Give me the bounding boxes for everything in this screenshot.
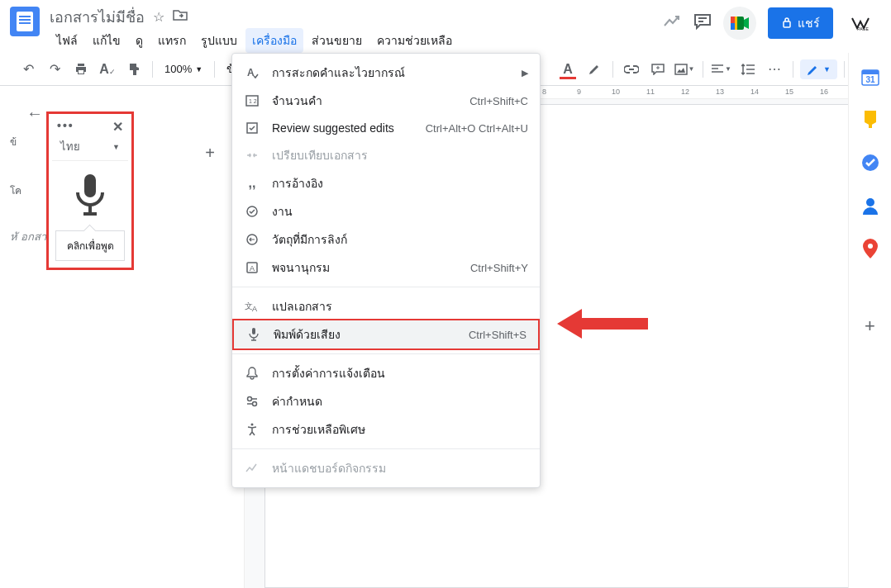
comments-icon[interactable] [693, 13, 712, 33]
menu-item-label: พิมพ์ด้วยเสียง [274, 325, 469, 344]
menu-item-prefs[interactable]: ค่ากำหนด [232, 387, 540, 415]
keep-icon[interactable] [861, 111, 879, 129]
svg-text:1 2: 1 2 [249, 98, 257, 104]
menu-item-check[interactable]: งาน [232, 197, 540, 225]
menu-แทรก[interactable]: แทรก [151, 28, 193, 53]
voice-hint: คลิกเพื่อพูด [55, 230, 125, 261]
menu-item-dict[interactable]: AพจนานุกรมCtrl+Shift+Y [232, 254, 540, 282]
menu-divider [232, 287, 540, 287]
menu-item-spell[interactable]: Aการสะกดคำและไวยากรณ์▶ [232, 59, 540, 87]
menu-item-mic[interactable]: พิมพ์ด้วยเสียงCtrl+Shift+S [232, 319, 540, 350]
text-color-button[interactable]: A [556, 58, 579, 81]
maps-icon[interactable] [861, 239, 879, 258]
mic-icon [245, 326, 262, 343]
menu-ส่วนขยาย[interactable]: ส่วนขยาย [305, 28, 369, 53]
menu-item-label: จำนวนคำ [272, 92, 469, 110]
undo-button[interactable]: ↶ [17, 58, 40, 81]
compare-icon [244, 147, 260, 164]
print-button[interactable] [69, 58, 93, 81]
link-icon [244, 231, 260, 248]
voice-menu-icon[interactable]: ••• [57, 119, 74, 135]
access-icon [244, 421, 260, 438]
menu-ไฟล์[interactable]: ไฟล์ [50, 28, 84, 53]
svg-text:A: A [247, 67, 255, 78]
calendar-icon[interactable]: 31 [861, 68, 879, 86]
check-icon [244, 203, 260, 220]
count-icon: 1 2 [244, 92, 260, 109]
move-folder-icon[interactable] [173, 9, 188, 24]
redo-button[interactable]: ↷ [43, 58, 66, 81]
extension-icon[interactable]: PAGE [845, 12, 881, 35]
docs-logo-icon[interactable] [10, 7, 40, 36]
menu-item-label: แปลเอกสาร [272, 297, 528, 315]
menu-เครื่องมือ[interactable]: เครื่องมือ [245, 28, 303, 53]
menu-item-review[interactable]: Review suggested editsCtrl+Alt+O Ctrl+Al… [232, 115, 540, 141]
menu-item-label: พจนานุกรม [272, 258, 470, 277]
paint-format-button[interactable] [122, 58, 145, 81]
activity-trend-icon[interactable] [664, 16, 682, 31]
menu-shortcut: Ctrl+Shift+S [469, 329, 526, 341]
annotation-arrow [557, 307, 648, 344]
menu-item-label: หน้าแดชบอร์ดกิจกรรม [272, 459, 528, 477]
share-button-label: แชร์ [798, 14, 820, 32]
menu-shortcut: Ctrl+Shift+C [469, 95, 528, 107]
menu-item-label: งาน [272, 202, 528, 220]
svg-text:A: A [252, 305, 257, 313]
svg-text:PAGE: PAGE [857, 26, 869, 31]
prefs-icon [244, 393, 260, 410]
voice-language-select[interactable]: ไทย ▼ [52, 136, 128, 161]
ruler-tick: 8 [542, 88, 546, 96]
ruler-tick: 9 [577, 88, 581, 96]
menu-item-label: การสะกดคำและไวยากรณ์ [272, 64, 522, 82]
line-spacing-button[interactable] [736, 58, 760, 81]
menu-ดู[interactable]: ดู [129, 28, 150, 53]
insert-comment-button[interactable] [646, 58, 669, 81]
menu-item-quote[interactable]: ,,การอ้างอิง [232, 169, 540, 197]
editing-mode-button[interactable]: ▼ [800, 59, 837, 79]
menu-item-compare: เปรียบเทียบเอกสาร [232, 141, 540, 169]
contacts-icon[interactable] [861, 197, 879, 215]
svg-point-29 [868, 244, 873, 249]
svg-rect-19 [252, 328, 255, 334]
menu-ความช่วยเหลือ[interactable]: ความช่วยเหลือ [370, 28, 459, 53]
svg-rect-24 [862, 70, 879, 74]
share-button[interactable]: แชร์ [768, 7, 833, 39]
zoom-value: 100% [164, 63, 192, 75]
dash-icon [244, 460, 260, 477]
menu-item-label: เปรียบเทียบเอกสาร [272, 146, 528, 164]
spellcheck-button[interactable]: A✓ [96, 58, 119, 81]
highlight-button[interactable] [583, 58, 606, 81]
voice-typing-panel: ••• ✕ ไทย ▼ คลิกเพื่อพูด [46, 111, 134, 270]
star-icon[interactable]: ☆ [153, 9, 164, 25]
menu-แก้ไข[interactable]: แก้ไข [86, 28, 127, 53]
document-title[interactable]: เอกสารไม่มีชื่อ [50, 5, 145, 29]
menu-item-label: ค่ากำหนด [272, 392, 528, 410]
menu-item-dash: หน้าแดชบอร์ดกิจกรรม [232, 454, 540, 482]
svg-point-22 [251, 424, 254, 426]
review-icon [244, 120, 260, 136]
more-toolbar-button[interactable]: ⋯ [763, 58, 786, 81]
outline-add-icon[interactable]: + [205, 144, 215, 163]
meet-button[interactable] [723, 7, 756, 40]
menu-รูปแบบ[interactable]: รูปแบบ [194, 28, 244, 53]
menu-item-link[interactable]: วัตถุที่มีการลิงก์ [232, 225, 540, 254]
add-addon-icon[interactable]: + [865, 315, 875, 337]
voice-close-icon[interactable]: ✕ [112, 119, 123, 135]
voice-mic-button[interactable] [49, 161, 131, 225]
svg-text:31: 31 [865, 75, 875, 84]
svg-rect-6 [79, 70, 83, 74]
svg-rect-8 [84, 174, 96, 197]
insert-link-button[interactable] [620, 58, 643, 81]
outline-back-icon[interactable]: ← [26, 104, 43, 123]
menu-item-bell[interactable]: การตั้งค่าการแจ้งเตือน [232, 359, 540, 387]
align-button[interactable]: ▼ [710, 58, 733, 81]
menu-item-translate[interactable]: 文Aแปลเอกสาร [232, 292, 540, 320]
zoom-select[interactable]: 100%▼ [160, 61, 207, 77]
svg-point-20 [248, 397, 252, 401]
menu-item-access[interactable]: การช่วยเหลือพิเศษ [232, 415, 540, 443]
ruler-tick: 13 [716, 88, 724, 96]
svg-point-28 [866, 198, 874, 206]
tasks-icon[interactable] [861, 154, 879, 172]
insert-image-button[interactable]: ▼ [673, 58, 696, 81]
menu-item-count[interactable]: 1 2จำนวนคำCtrl+Shift+C [232, 87, 540, 115]
